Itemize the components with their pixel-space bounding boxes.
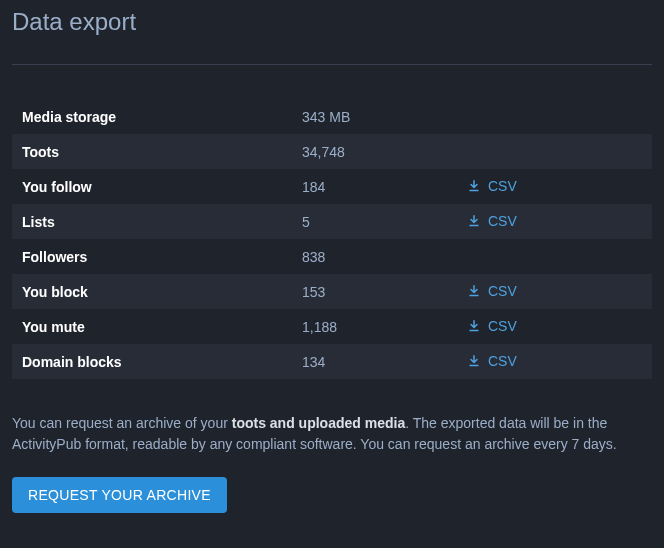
row-action: [468, 99, 652, 134]
row-action: CSV: [468, 344, 652, 379]
download-icon: [468, 355, 480, 367]
row-action: CSV: [468, 204, 652, 239]
archive-description: You can request an archive of your toots…: [12, 413, 652, 455]
table-row: Media storage343 MB: [12, 99, 652, 134]
download-icon: [468, 215, 480, 227]
table-row: Followers838: [12, 239, 652, 274]
row-value: 838: [302, 239, 468, 274]
csv-label: CSV: [488, 353, 517, 369]
row-action: [468, 239, 652, 274]
row-label: Media storage: [12, 99, 302, 134]
csv-label: CSV: [488, 318, 517, 334]
csv-download-link[interactable]: CSV: [468, 353, 517, 369]
row-value: 134: [302, 344, 468, 379]
csv-download-link[interactable]: CSV: [468, 318, 517, 334]
csv-label: CSV: [488, 213, 517, 229]
row-label: You follow: [12, 169, 302, 204]
row-label: You block: [12, 274, 302, 309]
row-value: 153: [302, 274, 468, 309]
desc-bold: toots and uploaded media: [232, 415, 405, 431]
desc-prefix: You can request an archive of your: [12, 415, 232, 431]
csv-label: CSV: [488, 178, 517, 194]
row-label: Toots: [12, 134, 302, 169]
table-row: You block153CSV: [12, 274, 652, 309]
row-action: [468, 134, 652, 169]
table-row: Toots34,748: [12, 134, 652, 169]
table-row: You follow184CSV: [12, 169, 652, 204]
row-label: Followers: [12, 239, 302, 274]
page-title: Data export: [12, 8, 652, 36]
row-value: 1,188: [302, 309, 468, 344]
export-table: Media storage343 MBToots34,748You follow…: [12, 99, 652, 379]
request-archive-button[interactable]: REQUEST YOUR ARCHIVE: [12, 477, 227, 513]
table-row: Lists5CSV: [12, 204, 652, 239]
row-value: 184: [302, 169, 468, 204]
row-value: 5: [302, 204, 468, 239]
row-label: Domain blocks: [12, 344, 302, 379]
download-icon: [468, 180, 480, 192]
download-icon: [468, 285, 480, 297]
csv-download-link[interactable]: CSV: [468, 213, 517, 229]
table-row: You mute1,188CSV: [12, 309, 652, 344]
row-action: CSV: [468, 169, 652, 204]
row-value: 34,748: [302, 134, 468, 169]
download-icon: [468, 320, 480, 332]
row-action: CSV: [468, 309, 652, 344]
csv-label: CSV: [488, 283, 517, 299]
divider: [12, 64, 652, 65]
row-action: CSV: [468, 274, 652, 309]
row-label: Lists: [12, 204, 302, 239]
row-value: 343 MB: [302, 99, 468, 134]
row-label: You mute: [12, 309, 302, 344]
csv-download-link[interactable]: CSV: [468, 283, 517, 299]
csv-download-link[interactable]: CSV: [468, 178, 517, 194]
table-row: Domain blocks134CSV: [12, 344, 652, 379]
